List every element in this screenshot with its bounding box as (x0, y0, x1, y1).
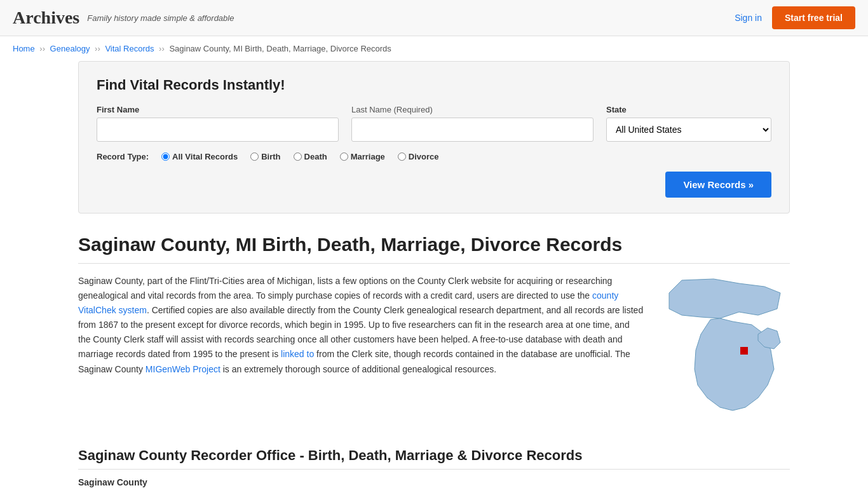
breadcrumb: Home ›› Genealogy ›› Vital Records ›› Sa… (0, 36, 868, 61)
radio-divorce: Divorce (398, 152, 442, 161)
breadcrumb-separator-2: ›› (95, 44, 102, 53)
view-records-row: View Records » (97, 172, 771, 198)
search-box-title: Find Vital Records Instantly! (97, 77, 771, 93)
header: Archives Family history made simple & af… (0, 0, 868, 36)
recorder-section-title: Saginaw County Recorder Office - Birth, … (78, 447, 790, 470)
radio-marriage-input[interactable] (340, 152, 348, 161)
body-section: Saginaw County, part of the Flint/Tri-Ci… (78, 274, 790, 428)
radio-all-vital-label[interactable]: All Vital Records (172, 152, 238, 161)
radio-marriage-label[interactable]: Marriage (351, 152, 385, 161)
logo-tagline: Family history made simple & affordable (87, 13, 234, 23)
start-trial-button[interactable]: Start free trial (772, 6, 855, 29)
radio-all-vital: All Vital Records (161, 152, 240, 161)
breadcrumb-current: Saginaw County, MI Birth, Death, Marriag… (169, 44, 391, 53)
header-left: Archives Family history made simple & af… (13, 8, 234, 28)
record-type-row: Record Type: All Vital Records Birth Dea… (97, 152, 771, 161)
search-box: Find Vital Records Instantly! First Name… (78, 61, 790, 214)
main-content: Find Vital Records Instantly! First Name… (65, 61, 803, 488)
first-name-label: First Name (97, 105, 339, 114)
breadcrumb-separator-3: ›› (159, 44, 166, 53)
breadcrumb-home[interactable]: Home (13, 44, 35, 53)
breadcrumb-genealogy[interactable]: Genealogy (50, 44, 90, 53)
saginaw-marker (740, 347, 748, 355)
radio-marriage: Marriage (340, 152, 388, 161)
state-select[interactable]: All United States Alabama Alaska Michiga… (606, 118, 771, 142)
breadcrumb-vital-records[interactable]: Vital Records (105, 44, 154, 53)
first-name-input[interactable] (97, 118, 339, 142)
radio-birth: Birth (250, 152, 283, 161)
radio-all-vital-input[interactable] (161, 152, 170, 161)
page-title: Saginaw County, MI Birth, Death, Marriag… (78, 234, 790, 264)
radio-death-input[interactable] (294, 152, 302, 161)
last-name-group: Last Name (Required) (351, 105, 593, 142)
state-label: State (606, 105, 771, 114)
migenWeb-link[interactable]: MIGenWeb Project (146, 364, 220, 374)
first-name-group: First Name (97, 105, 339, 142)
vitalchek-link[interactable]: county VitalChek system (78, 290, 618, 315)
logo: Archives (13, 8, 79, 28)
body-paragraph: Saginaw County, part of the Flint/Tri-Ci… (78, 274, 644, 377)
view-records-button[interactable]: View Records » (665, 172, 771, 198)
radio-divorce-label[interactable]: Divorce (409, 152, 439, 161)
radio-birth-input[interactable] (250, 152, 259, 161)
michigan-map (663, 274, 790, 428)
header-right: Sign in Start free trial (735, 6, 855, 29)
radio-death: Death (294, 152, 330, 161)
county-info: Saginaw County 111 S Michigan Ave (78, 477, 790, 488)
breadcrumb-separator-1: ›› (39, 44, 47, 53)
sign-in-link[interactable]: Sign in (735, 13, 762, 23)
last-name-label: Last Name (Required) (351, 105, 593, 114)
radio-birth-label[interactable]: Birth (261, 152, 280, 161)
record-type-label: Record Type: (97, 152, 149, 161)
form-row: First Name Last Name (Required) State Al… (97, 105, 771, 142)
radio-death-label[interactable]: Death (304, 152, 327, 161)
body-text: Saginaw County, part of the Flint/Tri-Ci… (78, 274, 644, 428)
michigan-map-svg (663, 274, 790, 426)
radio-divorce-input[interactable] (398, 152, 406, 161)
linked-to-link[interactable]: linked to (281, 349, 314, 359)
county-name: Saginaw County (78, 477, 790, 487)
last-name-input[interactable] (351, 118, 593, 142)
state-group: State All United States Alabama Alaska M… (606, 105, 771, 142)
